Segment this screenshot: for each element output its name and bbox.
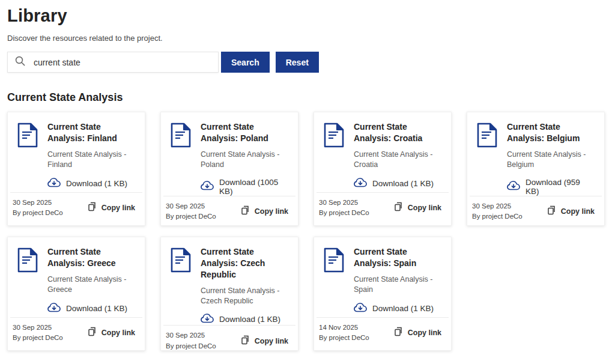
card-title: Current State Analysis: Czech Republic: [201, 246, 288, 281]
document-icon: [171, 246, 201, 325]
copy-link-label: Copy link: [255, 207, 288, 216]
download-label: Download (1 KB): [219, 315, 280, 324]
download-link[interactable]: Download (1 KB): [201, 314, 288, 325]
resource-card: Current State Analysis: Czech Republic C…: [160, 237, 298, 351]
resource-card: Current State Analysis: Poland Current S…: [160, 112, 298, 226]
search-box[interactable]: [7, 52, 219, 73]
card-header: Current State Analysis: Finland Current …: [17, 121, 135, 189]
card-title: Current State Analysis: Greece: [47, 246, 135, 269]
card-date: 30 Sep 2025: [319, 198, 369, 208]
card-subtitle: Current State Analysis - Spain: [354, 275, 441, 295]
document-icon: [17, 246, 47, 314]
copy-link-label: Copy link: [408, 329, 441, 337]
page-subtitle: Discover the resources related to the pr…: [7, 34, 608, 43]
copy-icon: [88, 202, 101, 213]
download-label: Download (1 KB): [66, 179, 127, 188]
section-heading: Current State Analysis: [7, 91, 608, 104]
card-title: Current State Analysis: Poland: [201, 121, 288, 144]
document-icon: [17, 121, 47, 189]
cloud-download-icon: [507, 181, 526, 192]
copy-link-button[interactable]: Copy link: [88, 202, 135, 213]
download-link[interactable]: Download (959 KB): [507, 178, 595, 196]
search-button[interactable]: Search: [221, 52, 270, 73]
card-date: 30 Sep 2025: [13, 323, 63, 333]
card-title: Current State Analysis: Finland: [47, 121, 135, 144]
resource-card: Current State Analysis: Spain Current St…: [314, 237, 452, 351]
card-meta: 30 Sep 2025 By project DeCo: [13, 323, 63, 344]
card-author: By project DeCo: [166, 211, 216, 222]
search-row: Search Reset: [7, 52, 608, 73]
copy-link-label: Copy link: [561, 207, 595, 216]
download-link[interactable]: Download (1 KB): [47, 303, 135, 314]
card-author: By project DeCo: [13, 333, 63, 343]
card-meta: 30 Sep 2025 By project DeCo: [166, 330, 216, 351]
copy-icon: [88, 327, 101, 338]
card-title: Current State Analysis: Spain: [354, 246, 441, 269]
reset-button[interactable]: Reset: [276, 52, 319, 73]
document-icon: [324, 121, 354, 189]
document-icon: [171, 121, 201, 196]
cloud-download-icon: [201, 314, 219, 325]
copy-link-button[interactable]: Copy link: [394, 202, 441, 213]
card-header: Current State Analysis: Spain Current St…: [324, 246, 441, 314]
search-input[interactable]: [34, 58, 211, 67]
resource-card: Current State Analysis: Finland Current …: [7, 112, 145, 226]
card-author: By project DeCo: [319, 333, 369, 343]
resource-card: Current State Analysis: Belgium Current …: [467, 112, 605, 226]
card-author: By project DeCo: [472, 211, 523, 222]
copy-link-button[interactable]: Copy link: [394, 327, 441, 338]
card-meta: 30 Sep 2025 By project DeCo: [472, 201, 523, 222]
card-meta: 30 Sep 2025 By project DeCo: [13, 198, 63, 219]
copy-link-label: Copy link: [255, 337, 288, 345]
copy-link-label: Copy link: [101, 329, 135, 337]
card-subtitle: Current State Analysis - Poland: [201, 150, 288, 170]
card-footer: 30 Sep 2025 By project DeCo Copy link: [10, 192, 142, 220]
resource-card: Current State Analysis: Croatia Current …: [314, 112, 452, 226]
card-date: 30 Sep 2025: [13, 198, 63, 208]
card-footer: 30 Sep 2025 By project DeCo Copy link: [470, 196, 602, 223]
search-icon: [15, 56, 25, 68]
card-footer: 30 Sep 2025 By project DeCo Copy link: [163, 196, 295, 223]
cloud-download-icon: [47, 303, 66, 314]
card-date: 30 Sep 2025: [166, 201, 216, 211]
download-label: Download (1 KB): [66, 304, 127, 313]
card-subtitle: Current State Analysis - Greece: [47, 275, 135, 295]
copy-link-button[interactable]: Copy link: [88, 327, 135, 338]
download-link[interactable]: Download (1 KB): [354, 303, 441, 314]
card-date: 30 Sep 2025: [472, 201, 523, 211]
page-title: Library: [7, 6, 608, 26]
document-icon: [477, 121, 507, 196]
download-link[interactable]: Download (1005 KB): [201, 178, 288, 196]
copy-link-label: Copy link: [101, 204, 135, 212]
download-link[interactable]: Download (1 KB): [354, 178, 441, 189]
download-label: Download (1 KB): [372, 304, 434, 313]
card-meta: 30 Sep 2025 By project DeCo: [319, 198, 369, 219]
card-subtitle: Current State Analysis - Belgium: [507, 150, 595, 170]
cloud-download-icon: [201, 181, 219, 192]
card-author: By project DeCo: [166, 341, 216, 351]
card-subtitle: Current State Analysis - Czech Republic: [201, 286, 288, 306]
card-header: Current State Analysis: Poland Current S…: [171, 121, 288, 196]
copy-link-button[interactable]: Copy link: [547, 205, 595, 217]
download-label: Download (959 KB): [526, 178, 595, 196]
card-header: Current State Analysis: Croatia Current …: [324, 121, 441, 189]
copy-link-button[interactable]: Copy link: [241, 205, 288, 217]
card-subtitle: Current State Analysis - Croatia: [354, 150, 441, 170]
card-author: By project DeCo: [319, 208, 369, 218]
card-date: 14 Nov 2025: [319, 323, 369, 333]
cloud-download-icon: [354, 178, 372, 189]
resource-card: Current State Analysis: Greece Current S…: [7, 237, 145, 351]
copy-icon: [241, 335, 255, 347]
download-link[interactable]: Download (1 KB): [47, 178, 135, 189]
card-date: 30 Sep 2025: [166, 330, 216, 341]
card-author: By project DeCo: [13, 208, 63, 218]
card-title: Current State Analysis: Belgium: [507, 121, 595, 144]
card-title: Current State Analysis: Croatia: [354, 121, 441, 144]
download-label: Download (1005 KB): [219, 178, 288, 196]
copy-icon: [547, 205, 561, 217]
card-header: Current State Analysis: Czech Republic C…: [171, 246, 288, 325]
library-page: Library Discover the resources related t…: [0, 0, 615, 351]
card-grid: Current State Analysis: Finland Current …: [7, 112, 608, 351]
copy-link-button[interactable]: Copy link: [241, 335, 288, 347]
card-meta: 14 Nov 2025 By project DeCo: [319, 323, 369, 344]
